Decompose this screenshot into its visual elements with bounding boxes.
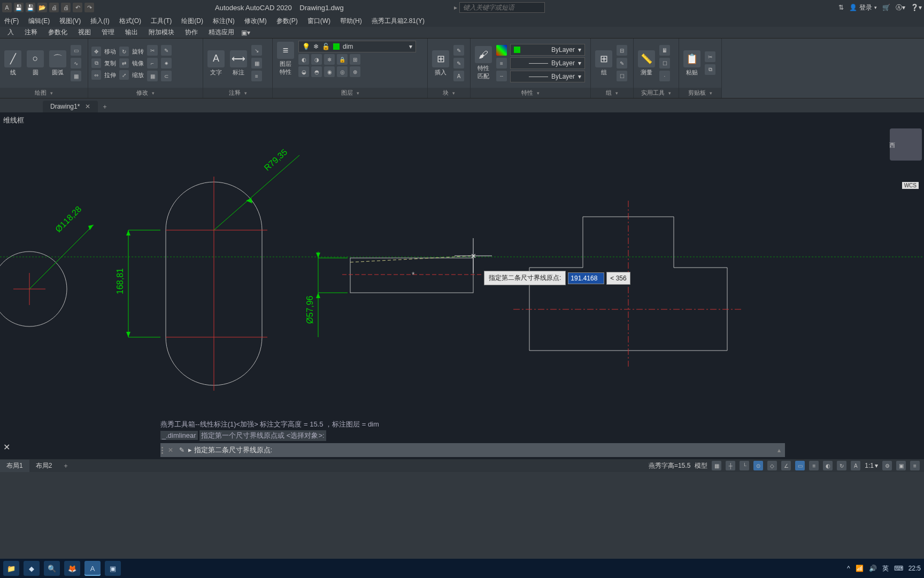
rotate-label[interactable]: 旋转: [132, 48, 144, 56]
cmd-prompt-icon[interactable]: ✎: [175, 445, 188, 455]
circle-button[interactable]: ○圆: [26, 49, 45, 78]
array-icon[interactable]: ▦: [147, 71, 158, 81]
dyn-distance-input[interactable]: [568, 272, 604, 284]
clock[interactable]: 22:5: [908, 565, 921, 572]
print-icon[interactable]: 🖨: [61, 3, 71, 12]
app2-icon[interactable]: ◆: [24, 561, 40, 576]
measure-button[interactable]: 📏测量: [637, 49, 656, 78]
snap-toggle-icon[interactable]: ┼: [726, 461, 735, 470]
lw-toggle-icon[interactable]: ≡: [809, 461, 819, 470]
hatch-icon[interactable]: ▦: [71, 71, 81, 81]
open-icon[interactable]: 📂: [37, 3, 47, 12]
explode-icon[interactable]: ✷: [161, 58, 172, 69]
menu-yanxiu[interactable]: 燕秀工具箱2.81(Y): [372, 17, 425, 26]
rtab-addin[interactable]: 附加模块: [143, 27, 180, 38]
scale-combo[interactable]: 1:1▾: [865, 462, 878, 469]
menu-view[interactable]: 视图(V): [59, 17, 81, 26]
panel-layers-title[interactable]: 图层: [273, 88, 427, 98]
osnap-toggle-icon[interactable]: ◇: [767, 461, 777, 470]
trans-toggle-icon[interactable]: ◐: [823, 461, 833, 470]
saveas-icon[interactable]: 💾: [26, 3, 35, 12]
ribbon-collapse-icon[interactable]: ▣▾: [240, 27, 251, 38]
panel-annot-title[interactable]: 注释: [203, 88, 272, 98]
scale-icon[interactable]: ⤢: [119, 70, 129, 80]
rtab-featured[interactable]: 精选应用: [203, 27, 240, 38]
rtab-view[interactable]: 视图: [73, 27, 96, 38]
insert-block-button[interactable]: ⊞插入: [431, 49, 450, 78]
rtab-param[interactable]: 参数化: [43, 27, 73, 38]
panel-clip-title[interactable]: 剪贴板: [679, 88, 721, 98]
trim-icon[interactable]: ✂: [147, 45, 158, 56]
paste-button[interactable]: 📋粘贴: [682, 49, 702, 78]
prop-lw-icon[interactable]: ≡: [496, 58, 507, 69]
save-icon[interactable]: 💾: [14, 3, 24, 12]
redo-icon[interactable]: ↷: [84, 3, 94, 12]
search-input[interactable]: [459, 2, 545, 13]
dim-button[interactable]: ⟷标注: [229, 49, 248, 78]
volume-icon[interactable]: 🔊: [869, 565, 877, 572]
menu-format[interactable]: 格式(O): [119, 17, 141, 26]
ann-toggle-icon[interactable]: A: [851, 461, 860, 470]
rect-icon[interactable]: ▭: [71, 45, 81, 56]
block-create-icon[interactable]: ✎: [453, 45, 464, 56]
layer-match-icon[interactable]: ⊞: [350, 54, 360, 65]
line-button[interactable]: ╱线: [3, 49, 22, 78]
menu-tools[interactable]: 工具(T): [151, 17, 172, 26]
panel-draw-title[interactable]: 绘图: [0, 88, 88, 98]
layout-tab-1[interactable]: 布局1: [0, 460, 29, 472]
layer-lock2-icon[interactable]: 🔒: [337, 54, 348, 65]
cmd-grip-icon[interactable]: [160, 446, 166, 455]
custom-icon[interactable]: ≡: [910, 461, 920, 470]
offset-icon[interactable]: ⊂: [161, 71, 172, 81]
stretch-icon[interactable]: ⇔: [91, 70, 101, 80]
cmd-close2-icon[interactable]: ✕: [168, 446, 173, 454]
layer-m5-icon[interactable]: ⊕: [350, 66, 360, 77]
mirror-icon[interactable]: ⇄: [119, 58, 129, 68]
spline-icon[interactable]: ∿: [71, 58, 81, 69]
rtab-collab[interactable]: 协作: [180, 27, 203, 38]
network-icon[interactable]: 📶: [856, 565, 864, 572]
login-button[interactable]: 👤 登录 ▾: [849, 3, 877, 12]
group-button[interactable]: ⊞组: [594, 49, 613, 78]
panel-util-title[interactable]: 实用工具: [634, 88, 679, 98]
lineweight-combo[interactable]: ———ByLayer▾: [510, 57, 585, 69]
layer-m3-icon[interactable]: ◉: [324, 66, 335, 77]
panel-block-title[interactable]: 块: [428, 88, 470, 98]
menu-edit[interactable]: 编辑(E): [28, 17, 50, 26]
otrack-toggle-icon[interactable]: ∠: [781, 461, 791, 470]
current-layer-combo[interactable]: 💡 ❄ 🔓 dim ▾: [298, 41, 416, 52]
copy-label[interactable]: 复制: [104, 59, 116, 67]
rtab-insert[interactable]: 入: [2, 27, 19, 38]
menu-draw[interactable]: 绘图(D): [181, 17, 203, 26]
close-tab-icon[interactable]: ✕: [85, 103, 90, 110]
layer-freeze2-icon[interactable]: ❄: [324, 54, 335, 65]
add-doc-tab-button[interactable]: ＋: [99, 101, 111, 112]
yx-textheight-label[interactable]: 燕秀字高=15.5: [649, 461, 690, 470]
stretch-label[interactable]: 拉伸: [104, 71, 116, 79]
app6-icon[interactable]: ▣: [105, 561, 121, 576]
search-task-icon[interactable]: 🔍: [44, 561, 60, 576]
scale-label[interactable]: 缩放: [132, 71, 144, 79]
ungroup-icon[interactable]: ⊟: [617, 45, 627, 56]
panel-modify-title[interactable]: 修改: [88, 88, 203, 98]
gear-icon[interactable]: ⚙: [882, 461, 892, 470]
plot-icon[interactable]: 🖨: [49, 3, 59, 12]
menu-window[interactable]: 窗口(W): [307, 17, 330, 26]
layer-iso-icon[interactable]: ◑: [311, 54, 322, 65]
tray-up-icon[interactable]: ^: [847, 565, 850, 572]
ime-kbd-icon[interactable]: ⌨: [894, 565, 903, 572]
layer-m4-icon[interactable]: ◎: [337, 66, 348, 77]
copy-clip-icon[interactable]: ⧉: [705, 64, 715, 75]
rtab-annot[interactable]: 注释: [19, 27, 43, 38]
match-props-button[interactable]: 🖌特性 匹配: [474, 45, 493, 81]
block-edit-icon[interactable]: ✎: [453, 58, 464, 69]
share-icon[interactable]: ⇅: [838, 4, 844, 11]
autocad-logo-icon[interactable]: A: [2, 3, 12, 12]
arc-button[interactable]: ⌒圆弧: [48, 49, 67, 78]
layer-properties-button[interactable]: ≡图层 特性: [276, 41, 295, 77]
doc-tab-drawing1[interactable]: Drawing1* ✕: [43, 101, 98, 112]
cmd-recent-icon[interactable]: ▴: [773, 446, 785, 454]
grid-toggle-icon[interactable]: ▦: [712, 461, 721, 470]
linetype-combo[interactable]: ———ByLayer▾: [510, 71, 585, 82]
dyn-toggle-icon[interactable]: ▭: [795, 461, 805, 470]
